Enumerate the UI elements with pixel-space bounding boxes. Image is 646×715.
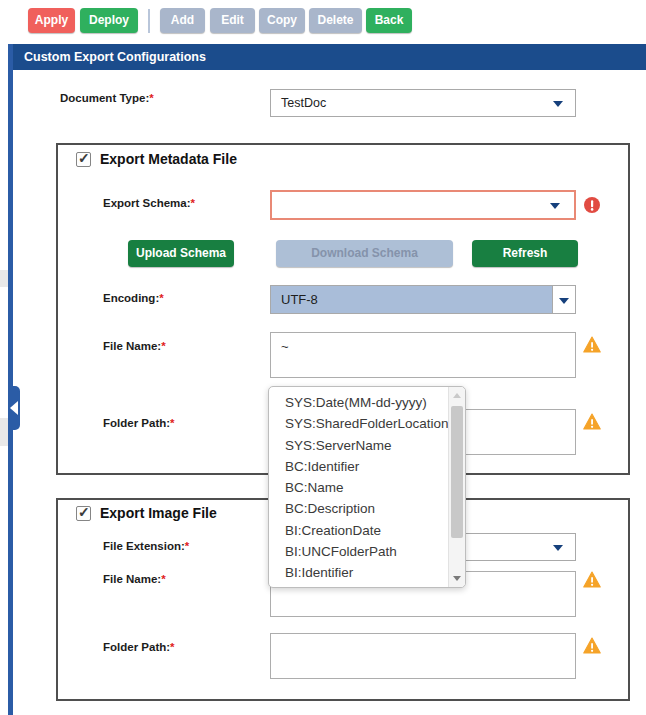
export-schema-select[interactable] — [270, 190, 576, 220]
required-asterisk: * — [170, 641, 174, 653]
encoding-select[interactable]: UTF-8 — [270, 285, 576, 314]
list-item[interactable]: BI:Identifier — [269, 562, 448, 583]
apply-button[interactable]: Apply — [28, 8, 75, 33]
file-extension-label: File Extension:* — [103, 540, 189, 552]
delete-button[interactable]: Delete — [309, 8, 362, 33]
upload-schema-button[interactable]: Upload Schema — [128, 240, 234, 267]
background-fragment — [0, 270, 8, 287]
list-item[interactable]: BC:Name — [269, 477, 448, 498]
toolbar-divider — [148, 9, 150, 33]
custom-export-configurations-screen: Apply Deploy Add Edit Copy Delete Back C… — [0, 0, 646, 715]
image-file-name-label: File Name:* — [103, 573, 166, 585]
field-token-dropdown-list: SYS:Date(MM-dd-yyyy) SYS:SharedFolderLoc… — [268, 386, 466, 588]
encoding-selected-fill: UTF-8 — [271, 286, 552, 313]
list-scrollbar[interactable] — [448, 387, 465, 587]
metadata-file-name-input[interactable]: ~ — [270, 332, 576, 378]
field-token-items: SYS:Date(MM-dd-yyyy) SYS:SharedFolderLoc… — [269, 392, 448, 584]
warning-icon — [583, 413, 601, 430]
panel-collapse-tab[interactable] — [8, 386, 20, 430]
chevron-down-icon — [559, 298, 569, 304]
panel-left-edge — [8, 44, 13, 715]
warning-icon — [583, 637, 601, 654]
list-item[interactable]: BI:UNCFolderPath — [269, 541, 448, 562]
metadata-file-name-label: File Name:* — [103, 340, 166, 352]
deploy-button[interactable]: Deploy — [80, 8, 138, 33]
encoding-label: Encoding:* — [103, 292, 164, 304]
export-schema-label: Export Schema:* — [103, 197, 195, 209]
document-type-select[interactable]: TestDoc — [270, 89, 576, 117]
required-asterisk: * — [161, 573, 165, 585]
list-item[interactable]: BI:CreationDate — [269, 520, 448, 541]
list-item[interactable]: SYS:Date(MM-dd-yyyy) — [269, 392, 448, 413]
download-schema-button[interactable]: Download Schema — [276, 240, 453, 267]
required-asterisk: * — [185, 540, 189, 552]
back-button[interactable]: Back — [366, 8, 412, 33]
error-icon — [584, 197, 600, 213]
warning-icon — [583, 336, 601, 353]
export-metadata-title: Export Metadata File — [100, 151, 237, 167]
scrollbar-thumb[interactable] — [451, 406, 463, 538]
metadata-folder-path-label: Folder Path:* — [103, 417, 175, 429]
warning-icon — [583, 571, 601, 588]
required-asterisk: * — [191, 197, 195, 209]
checkmark-icon: ✓ — [78, 150, 90, 166]
image-folder-path-input[interactable] — [270, 633, 576, 679]
chevron-down-icon — [550, 203, 560, 209]
image-folder-path-value — [271, 634, 575, 640]
encoding-arrow-cell[interactable] — [552, 286, 575, 313]
triangle-down-icon — [453, 576, 461, 581]
export-image-checkbox[interactable]: ✓ — [76, 506, 91, 521]
list-item[interactable]: SYS:SharedFolderLocation — [269, 413, 448, 434]
chevron-down-icon — [553, 545, 563, 551]
page-title: Custom Export Configurations — [13, 44, 646, 70]
chevron-left-icon — [10, 401, 18, 415]
copy-button[interactable]: Copy — [259, 8, 305, 33]
edit-button[interactable]: Edit — [210, 8, 255, 33]
panel-header: Custom Export Configurations — [13, 44, 646, 70]
scroll-down-arrow[interactable] — [449, 570, 466, 587]
export-metadata-checkbox[interactable]: ✓ — [76, 152, 91, 167]
chevron-down-icon — [553, 101, 563, 107]
document-type-label: Document Type:* — [60, 92, 154, 104]
encoding-value: UTF-8 — [271, 286, 552, 314]
document-type-value: TestDoc — [271, 90, 575, 116]
required-asterisk: * — [159, 292, 163, 304]
checkmark-icon: ✓ — [78, 504, 90, 520]
add-button[interactable]: Add — [160, 8, 205, 33]
triangle-up-icon — [453, 393, 461, 398]
list-item[interactable]: SYS:ServerName — [269, 435, 448, 456]
required-asterisk: * — [170, 417, 174, 429]
list-item[interactable]: BC:Description — [269, 498, 448, 519]
scroll-up-arrow[interactable] — [449, 387, 466, 404]
background-fragment — [0, 418, 8, 446]
required-asterisk: * — [149, 92, 153, 104]
image-folder-path-label: Folder Path:* — [103, 641, 175, 653]
export-image-title: Export Image File — [100, 505, 217, 521]
refresh-button[interactable]: Refresh — [472, 240, 578, 267]
metadata-file-name-value: ~ — [271, 333, 575, 354]
required-asterisk: * — [161, 340, 165, 352]
list-item[interactable]: BC:Identifier — [269, 456, 448, 477]
